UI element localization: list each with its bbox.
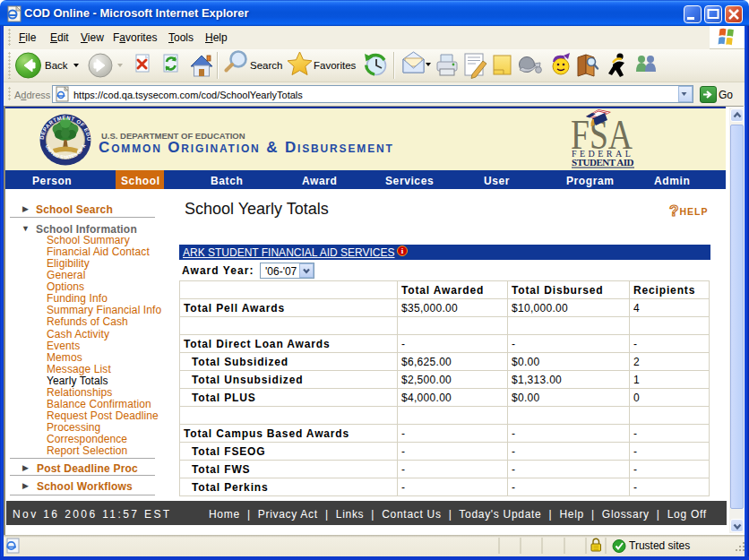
svg-text:STUDENT AID: STUDENT AID: [572, 157, 634, 168]
